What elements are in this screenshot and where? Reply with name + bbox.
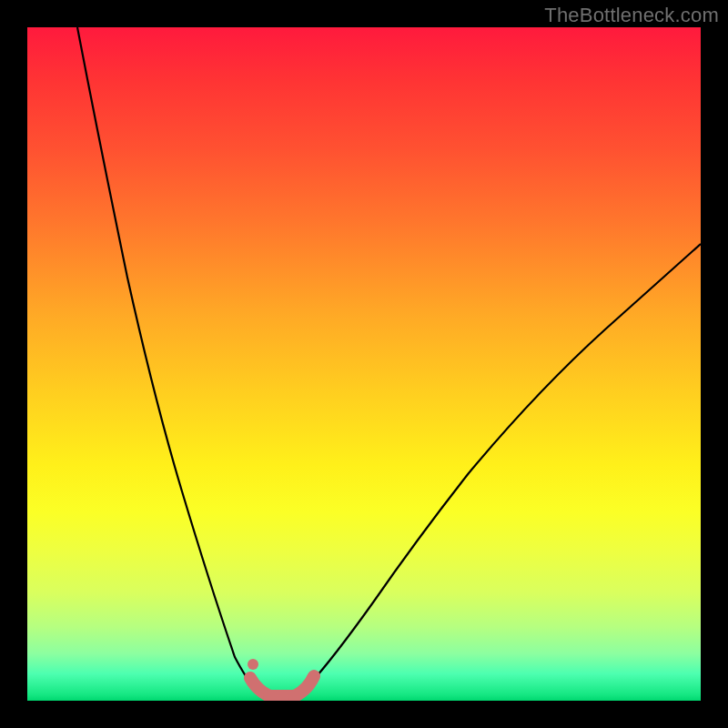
highlight-right-segment: [295, 676, 314, 696]
plot-area: [27, 27, 701, 701]
left-curve: [77, 27, 253, 685]
curve-layer: [27, 27, 701, 701]
right-curve: [309, 244, 701, 684]
highlight-dot: [248, 659, 258, 670]
chart-frame: TheBottleneck.com: [0, 0, 728, 728]
watermark-text: TheBottleneck.com: [544, 4, 719, 27]
